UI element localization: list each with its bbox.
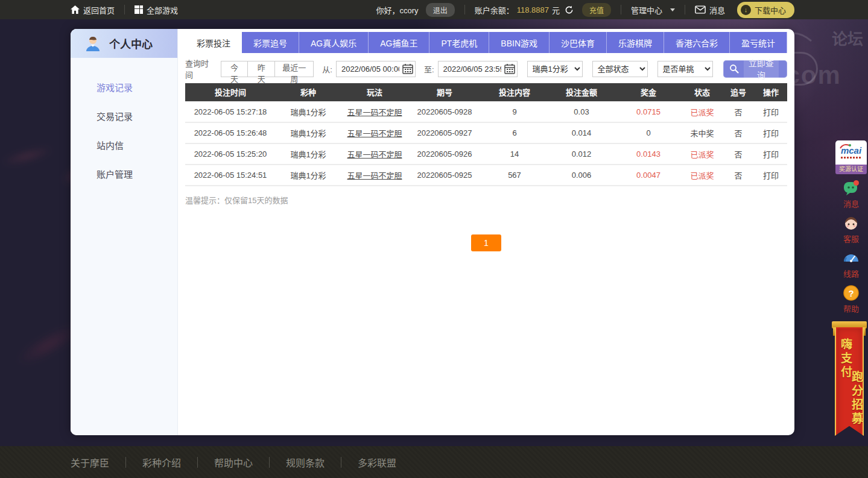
download-center-button[interactable]: ↓ 下载中心 (737, 2, 794, 18)
tab-leyou-chess[interactable]: 乐游棋牌 (607, 32, 664, 53)
home-icon (71, 5, 80, 14)
quick-range-group: 今天昨天最近一周 (221, 61, 314, 77)
float-item-label: 客服 (843, 233, 859, 244)
from-label: 从: (322, 63, 332, 75)
service-icon (843, 215, 860, 231)
cell-time: 2022-06-05 15:24:51 (185, 165, 276, 186)
float-item-service[interactable]: 客服 (843, 215, 860, 244)
mcai-cert-badge[interactable]: mcai (835, 140, 867, 165)
footer-link-about[interactable]: 关于摩臣 (71, 455, 109, 470)
messages-link[interactable]: 消息 (695, 0, 725, 19)
background-light-streak (0, 144, 55, 169)
cell-play[interactable]: 五星一码不定胆 (341, 122, 408, 143)
personal-center-card: 个人中心 游戏记录交易记录站内信账户管理 彩票投注彩票追号AG真人娱乐AG捕鱼王… (71, 29, 794, 435)
sidebar-item-account-management[interactable]: 账户管理 (71, 166, 177, 195)
tab-ag-fishing[interactable]: AG捕鱼王 (369, 32, 429, 53)
footer-divider (341, 457, 341, 468)
greeting-text: 你好，ccory (376, 4, 419, 16)
cell-play[interactable]: 五星一码不定胆 (341, 165, 408, 186)
tab-pt-slots[interactable]: PT老虎机 (429, 32, 489, 53)
footer-divider (269, 457, 270, 468)
refresh-icon[interactable] (565, 5, 574, 14)
all-games-label: 全部游戏 (147, 4, 178, 16)
quick-range-today[interactable]: 今天 (221, 61, 249, 77)
float-item-help[interactable]: ?帮助 (843, 285, 860, 314)
table-row: 2022-06-05 15:26:48瑞典1分彩五星一码不定胆20220605-… (185, 122, 787, 143)
float-item-message[interactable]: 消息 (843, 180, 860, 209)
footer-divider (125, 457, 126, 468)
cell-play[interactable]: 五星一码不定胆 (341, 143, 408, 165)
tab-profit-stats[interactable]: 盈亏统计 (730, 32, 787, 53)
tab-hk-mark-six[interactable]: 香港六合彩 (664, 32, 730, 53)
messages-label: 消息 (709, 4, 725, 16)
column-header: 状态 (682, 83, 722, 101)
download-icon: ↓ (741, 5, 751, 15)
mcai-logo-subline (841, 157, 861, 159)
cell-action-print[interactable]: 打印 (755, 101, 787, 122)
watermark-text: 论坛 (832, 27, 863, 49)
to-label: 至: (424, 63, 434, 75)
tab-lottery-bet[interactable]: 彩票投注 (185, 32, 242, 53)
cell-action-print[interactable]: 打印 (755, 143, 787, 165)
main-content: 彩票投注彩票追号AG真人娱乐AG捕鱼王PT老虎机BBIN游戏沙巴体育乐游棋牌香港… (178, 29, 794, 435)
sidebar-title: 个人中心 (109, 36, 153, 51)
single-select[interactable]: 是否单挑 (657, 61, 713, 77)
bet-records-table: 投注时间彩种玩法期号投注内容投注金额奖金状态追号操作 2022-06-05 15… (185, 83, 787, 186)
cell-time: 2022-06-05 15:25:20 (185, 143, 276, 165)
cell-play[interactable]: 五星一码不定胆 (341, 101, 408, 122)
tab-saba-sports[interactable]: 沙巴体育 (550, 32, 607, 53)
recharge-button[interactable]: 充值 (582, 3, 611, 17)
tab-bbin-games[interactable]: BBIN游戏 (489, 32, 550, 53)
table-header-row: 投注时间彩种玩法期号投注内容投注金额奖金状态追号操作 (185, 83, 787, 101)
page-button-1[interactable]: 1 (471, 234, 501, 251)
footer-link-rules[interactable]: 规则条款 (286, 455, 325, 470)
promo-banner[interactable]: 嗨支付 跑分招募 (832, 321, 867, 438)
admin-center-menu[interactable]: 管理中心 (631, 0, 675, 19)
filter-selects: 瑞典1分彩全部状态是否单挑 (518, 61, 713, 77)
lottery-select[interactable]: 瑞典1分彩 (527, 61, 583, 77)
column-header: 投注时间 (185, 83, 276, 101)
cell-status: 已派奖 (682, 101, 722, 122)
sidebar: 个人中心 游戏记录交易记录站内信账户管理 (71, 29, 178, 435)
status-select[interactable]: 全部状态 (592, 61, 648, 77)
quick-range-yesterday[interactable]: 昨天 (247, 61, 275, 77)
footer-link-help-center[interactable]: 帮助中心 (214, 455, 253, 470)
sidebar-item-site-mail[interactable]: 站内信 (71, 137, 177, 166)
quick-range-last-week[interactable]: 最近一周 (274, 61, 314, 77)
tab-ag-live[interactable]: AG真人娱乐 (299, 32, 369, 53)
sidebar-item-transaction-records[interactable]: 交易记录 (71, 108, 177, 137)
download-center-label: 下载中心 (755, 4, 786, 16)
cell-amount: 0.014 (548, 122, 615, 143)
filter-label: 查询时间 (185, 57, 212, 80)
cell-lottery: 瑞典1分彩 (276, 122, 341, 143)
cell-content: 567 (481, 165, 548, 186)
balance-value: 118.8887 (517, 5, 549, 14)
cell-issue: 20220605-0925 (408, 165, 481, 186)
logout-button[interactable]: 退出 (426, 3, 455, 17)
float-item-line[interactable]: 线路 (843, 250, 860, 279)
home-link[interactable]: 返回首页 (71, 0, 115, 19)
footer-link-lottery-intro[interactable]: 彩种介绍 (142, 455, 181, 470)
calendar-icon[interactable] (504, 63, 515, 74)
all-games-link[interactable]: 全部游戏 (135, 0, 178, 19)
query-button[interactable]: 立即查询 (723, 60, 787, 78)
cell-action-print[interactable]: 打印 (755, 165, 787, 186)
topbar: 返回首页 全部游戏 你好，ccory 退出 账户余额： 118.8887 元 充… (0, 0, 868, 19)
float-items: 消息客服线路?帮助 (843, 174, 860, 314)
search-icon (729, 64, 739, 74)
footer-divider (197, 457, 198, 468)
sidebar-item-game-records[interactable]: 游戏记录 (71, 80, 177, 108)
float-item-label: 帮助 (843, 303, 859, 314)
cell-action-print[interactable]: 打印 (755, 122, 787, 143)
tab-lottery-chase[interactable]: 彩票追号 (242, 32, 299, 53)
date-to-wrap (438, 61, 518, 77)
table-row: 2022-06-05 15:25:20瑞典1分彩五星一码不定胆20220605-… (185, 143, 787, 165)
query-button-label: 立即查询 (744, 55, 779, 82)
balance-label: 账户余额： (475, 4, 514, 16)
footer-link-alliance[interactable]: 多彩联盟 (358, 455, 396, 470)
calendar-icon[interactable] (402, 63, 413, 74)
date-from-wrap (336, 61, 416, 77)
cell-issue: 20220605-0928 (408, 101, 481, 122)
envelope-icon (695, 5, 706, 14)
cell-chase: 否 (722, 165, 755, 186)
